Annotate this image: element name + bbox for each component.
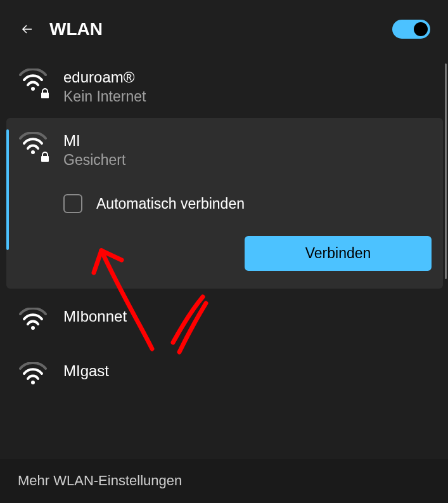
connect-button[interactable]: Verbinden xyxy=(245,236,432,271)
page-title: WLAN xyxy=(49,19,392,39)
toggle-knob xyxy=(414,22,428,36)
network-status: Gesichert xyxy=(63,152,432,169)
auto-connect-label: Automatisch verbinden xyxy=(96,195,245,212)
svg-point-0 xyxy=(31,87,35,91)
svg-point-5 xyxy=(31,381,35,384)
network-item-mibonnet[interactable]: MIbonnet xyxy=(6,294,443,348)
svg-point-2 xyxy=(31,150,35,154)
network-info: MIbonnet xyxy=(63,306,432,326)
network-info: eduroam® Kein Internet xyxy=(63,67,432,105)
network-info: MIgast xyxy=(63,361,432,381)
svg-rect-1 xyxy=(41,93,49,98)
network-name: eduroam® xyxy=(63,67,432,87)
network-item-eduroam[interactable]: eduroam® Kein Internet xyxy=(6,55,443,118)
wifi-toggle[interactable] xyxy=(392,20,430,39)
more-settings-label: Mehr WLAN-Einstellungen xyxy=(18,473,182,488)
network-name: MI xyxy=(63,131,432,150)
more-settings-link[interactable]: Mehr WLAN-Einstellungen xyxy=(0,458,448,503)
lock-icon xyxy=(39,88,51,99)
network-list: eduroam® Kein Internet MI Gesichert xyxy=(0,55,448,403)
network-status: Kein Internet xyxy=(63,88,432,105)
auto-connect-row: Automatisch verbinden xyxy=(63,194,432,213)
scrollbar-thumb[interactable] xyxy=(445,63,447,279)
network-name: MIgast xyxy=(63,361,432,381)
svg-point-4 xyxy=(31,326,35,330)
back-button[interactable] xyxy=(18,20,37,39)
selection-indicator xyxy=(6,129,9,250)
network-info: MI Gesichert Automatisch verbinden Verbi… xyxy=(63,131,432,276)
svg-rect-3 xyxy=(41,156,49,162)
lock-icon xyxy=(39,151,51,162)
wifi-open-icon xyxy=(19,362,47,390)
wifi-open-icon xyxy=(19,308,47,336)
connect-row: Verbinden xyxy=(63,236,432,271)
network-item-migast[interactable]: MIgast xyxy=(6,348,443,403)
wifi-secured-icon xyxy=(19,132,47,160)
auto-connect-checkbox[interactable] xyxy=(63,194,82,213)
header: WLAN xyxy=(0,0,448,55)
wifi-secured-icon xyxy=(19,69,47,96)
network-name: MIbonnet xyxy=(63,306,432,326)
network-item-mi[interactable]: MI Gesichert Automatisch verbinden Verbi… xyxy=(6,118,443,289)
